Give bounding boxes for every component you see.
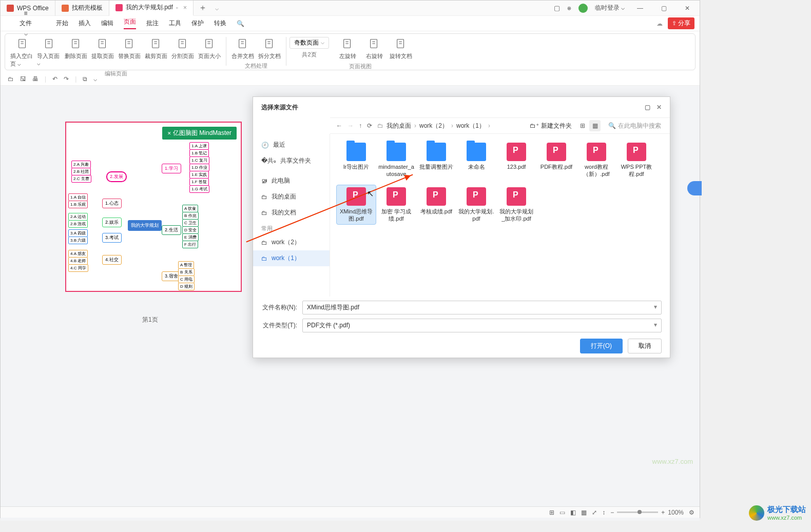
minimize-button[interactable]: —	[632, 5, 648, 12]
ai-float-button[interactable]	[687, 181, 702, 195]
forward-icon[interactable]: →	[347, 122, 354, 129]
odd-pages-select[interactable]: 奇数页面⌵	[289, 37, 329, 49]
file-item[interactable]: XMind思维导图.pdf	[336, 185, 376, 225]
zoom-slider[interactable]	[617, 511, 658, 513]
pdf-icon	[115, 4, 123, 11]
menu-edit[interactable]: 编辑	[101, 19, 113, 28]
dialog-toolbar: ← → ↑ ⟳ 🗀 我的桌面› work（2）› work（1）› 🗀⁺ 新建文…	[330, 117, 670, 134]
maximize-button[interactable]: ▢	[655, 5, 672, 12]
title-bar: WPS Office 找稻壳模板 我的大学规划.pdf▫× ＋ ⌵ ▢ ⎈ 临时…	[1, 1, 700, 16]
add-tab-button[interactable]: ＋	[194, 3, 212, 13]
zoom-value[interactable]: 100%	[668, 509, 684, 516]
file-item[interactable]: 批量调整图片	[416, 140, 456, 181]
fit-icon[interactable]: ⤢	[592, 509, 597, 516]
open-button[interactable]: 打开(O)	[580, 339, 623, 353]
ribbon-btn-导入页面[interactable]: 导入页面 ⌵	[36, 37, 63, 69]
cloud-icon[interactable]: ☁	[656, 20, 663, 27]
list-view-icon[interactable]: ▦	[589, 120, 601, 131]
file-item[interactable]: 我的大学规划.pdf	[456, 185, 496, 225]
file-item[interactable]: 考核成绩.pdf	[416, 185, 456, 225]
page-count: 共2页	[302, 51, 316, 58]
menu-convert[interactable]: 转换	[214, 19, 226, 28]
up-icon[interactable]: ↑	[359, 122, 362, 129]
close-icon[interactable]: ×	[183, 4, 187, 11]
ribbon-btn-旋转文档[interactable]: 旋转文档	[388, 37, 414, 61]
login-label[interactable]: 临时登录 ⌵	[595, 4, 625, 12]
new-folder-button[interactable]: 🗀⁺ 新建文件夹	[530, 122, 572, 130]
filename-label: 文件名称(N):	[261, 303, 297, 312]
zoom-in-icon[interactable]: +	[661, 509, 665, 516]
cancel-button[interactable]: 取消	[628, 339, 662, 353]
watermark-badge: 极光下载站 www.xz7.com	[749, 505, 806, 521]
menu-bar: ≡ 文件 ⌵ 开始 插入 编辑 页面 批注 工具 保护 转换 🔍 ☁ ⇪ 分享	[1, 16, 700, 31]
menu-page[interactable]: 页面	[124, 17, 136, 29]
file-item[interactable]: WPS PPT教程.pdf	[616, 140, 656, 181]
filename-input[interactable]: XMind思维导图.pdf	[302, 301, 662, 314]
file-item[interactable]: lr导出图片	[336, 140, 376, 181]
cube-icon[interactable]: ⎈	[567, 4, 571, 12]
tab-document[interactable]: 我的大学规划.pdf▫×	[109, 1, 194, 16]
sidebar-share[interactable]: �共ₒ 共享文件夹	[253, 153, 330, 169]
ribbon-btn-分割页面[interactable]: 分割页面	[169, 37, 196, 69]
file-item[interactable]: 加密 学习成绩.pdf	[376, 185, 416, 225]
menu-start[interactable]: 开始	[56, 19, 68, 28]
sidebar-work1[interactable]: 🗀 work（1）	[253, 250, 330, 266]
ribbon-btn-裁剪页面[interactable]: 裁剪页面	[143, 37, 169, 69]
lock-icon[interactable]: ↕	[602, 509, 605, 516]
app-icon[interactable]: ▢	[554, 4, 560, 12]
dialog-close-icon[interactable]: ✕	[656, 104, 662, 111]
back-icon[interactable]: ←	[336, 122, 342, 129]
folder-icon	[427, 143, 446, 161]
menu-protect[interactable]: 保护	[191, 19, 204, 28]
file-name: WPS PPT教程.pdf	[618, 163, 655, 178]
view-icon[interactable]: ▭	[559, 509, 565, 516]
ribbon-btn-提取页面[interactable]: 提取页面	[89, 37, 116, 69]
sidebar-work2[interactable]: 🗀 work（2）	[253, 234, 330, 250]
sidebar-desktop[interactable]: 🗀 我的桌面	[253, 189, 330, 205]
close-button[interactable]: ✕	[679, 5, 696, 12]
search-icon[interactable]: 🔍	[237, 20, 244, 27]
tabs-dropdown-icon[interactable]: ⌵	[215, 5, 219, 12]
view-icon[interactable]: ▦	[581, 509, 587, 516]
sidebar-recent[interactable]: 🕘 最近	[253, 137, 330, 153]
menu-annotate[interactable]: 批注	[146, 19, 159, 28]
file-name: XMind思维导图.pdf	[338, 208, 375, 223]
share-button[interactable]: ⇪ 分享	[668, 17, 694, 29]
ribbon-btn-替换页面[interactable]: 替换页面	[116, 37, 143, 69]
status-bar: ⊞ ▭ ◧ ▦ ⤢ ↕ − + 100% ⚙	[1, 506, 700, 518]
file-item[interactable]: PDF教程.pdf	[536, 140, 576, 181]
file-item[interactable]: 未命名	[456, 140, 496, 181]
tab-templates[interactable]: 找稻壳模板	[55, 1, 109, 16]
menu-tools[interactable]: 工具	[169, 19, 181, 28]
refresh-icon[interactable]: ⟳	[367, 122, 372, 129]
page-number: 第1页	[142, 316, 158, 324]
page-thumbnail[interactable]: ✕ 亿图脑图 MindMaster 我的大学规划 1.学习 2.发展 1.心态 …	[65, 122, 242, 292]
ribbon-btn-右旋转[interactable]: 右旋转	[361, 37, 388, 61]
file-item[interactable]: word教程（新）.pdf	[576, 140, 616, 181]
zoom-out-icon[interactable]: −	[610, 509, 614, 516]
file-item[interactable]: 123.pdf	[496, 140, 536, 181]
ribbon-btn-左旋转[interactable]: 左旋转	[334, 37, 361, 61]
ribbon-btn-页面大小[interactable]: 页面大小	[196, 37, 223, 69]
view-icon[interactable]: ◧	[570, 509, 576, 516]
filetype-select[interactable]: PDF文件 (*.pdf)	[302, 319, 662, 332]
pdf-icon	[627, 143, 646, 161]
file-item[interactable]: 我的大学规划_加水印.pdf	[496, 185, 536, 225]
dialog-maximize-icon[interactable]: ▢	[645, 104, 650, 111]
sidebar-pc[interactable]: 🖳 此电脑	[253, 173, 330, 189]
view-icon[interactable]: ⊞	[549, 509, 554, 516]
filetype-label: 文件类型(T):	[261, 321, 297, 330]
ribbon-btn-删除页面[interactable]: 删除页面	[63, 37, 89, 69]
ribbon-btn-合并文档[interactable]: 合并文档	[229, 37, 256, 61]
ribbon-btn-拆分文档[interactable]: 拆分文档	[256, 37, 283, 61]
grid-view-icon[interactable]: ⊞	[577, 120, 588, 131]
settings-icon[interactable]: ⚙	[689, 509, 694, 516]
folder-icon	[346, 143, 366, 161]
template-icon	[62, 5, 69, 12]
search-input[interactable]: 🔍 在此电脑中搜索	[606, 120, 664, 132]
avatar[interactable]	[578, 4, 588, 13]
menu-insert[interactable]: 插入	[79, 19, 91, 28]
tab-menu-icon[interactable]: ▫	[176, 4, 178, 11]
ribbon-btn-插入空白页[interactable]: 插入空白页 ⌵	[9, 37, 36, 69]
breadcrumb[interactable]: 🗀 我的桌面› work（2）› work（1）›	[377, 122, 525, 130]
